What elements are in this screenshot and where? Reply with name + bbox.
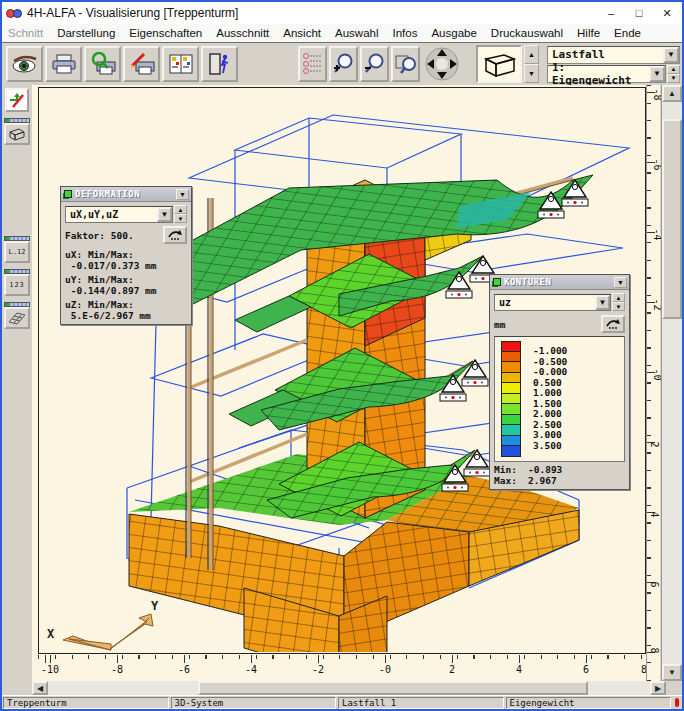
refresh-button[interactable] [601,315,625,333]
v-ruler-label: 2 [649,441,660,447]
h-ruler-label: -2 [312,664,324,675]
view-eye-button[interactable] [6,46,43,82]
zoom-window-button[interactable] [391,46,420,82]
book-button[interactable] [162,46,199,82]
chevron-down-icon[interactable]: ▼ [649,66,665,82]
uy-value: -0.144/0.897 mm [65,285,187,296]
h-ruler-label: 2 [449,664,455,675]
menu-schnitt[interactable]: Schnitt [8,27,43,39]
horizontal-scroll-thumb[interactable] [198,681,588,695]
kontur-component-select[interactable]: uz ▼ [494,294,611,311]
deformation-palette[interactable]: DEFORMATION ▼ uX,uY,uZ ▼ ▲▼ Faktor: 500. [60,186,192,325]
app-logo-icon [6,7,22,19]
chevron-down-icon[interactable]: ▼ [157,207,172,222]
minimize-button[interactable]: – [600,5,622,21]
minimized-numbering-palette[interactable]: 123 [4,269,30,296]
left-tool-sidebar: L.12 123 [2,85,32,681]
deformation-palette-titlebar[interactable]: DEFORMATION ▼ [61,187,191,202]
mini-palette-titlebar[interactable] [4,269,30,274]
deformation-component-value: uX,uY,uZ [66,209,157,220]
minimized-view-palette[interactable] [4,118,30,145]
scroll-up-button[interactable]: ▲ [662,85,682,102]
scroll-left-button[interactable]: ◀ [32,681,48,695]
loadcase-select[interactable]: 1: Eigengewicht ▼ [547,65,666,83]
refresh-arrow-icon [167,229,183,241]
kontur-spinner[interactable]: ▲▼ [612,293,625,311]
zoom-in-button[interactable] [329,46,358,82]
menu-ausschnitt[interactable]: Ausschnitt [216,27,269,39]
scroll-right-button[interactable]: ▶ [650,681,666,695]
horizontal-scrollbar[interactable]: ◀ ▶ [32,681,666,695]
palette-icon [63,190,72,199]
konturen-palette-title: KONTUREN [504,277,614,287]
mini-palette-titlebar[interactable] [4,236,30,241]
maximize-button[interactable]: □ [628,5,650,21]
status-project: Treppenturm [3,697,169,709]
menu-eigenschaften[interactable]: Eigenschaften [129,27,202,39]
menu-ansicht[interactable]: Ansicht [283,27,321,39]
mini-palette-titlebar[interactable] [4,302,30,307]
contour-swatch [501,383,521,394]
print-preview-button[interactable] [84,46,121,82]
structure-tree-button[interactable] [298,46,327,82]
pan-arrows-icon [424,46,460,82]
konturen-palette-titlebar[interactable]: KONTUREN ▼ [490,275,629,290]
h-ruler-label: -0 [379,664,391,675]
mini-palette-titlebar[interactable] [4,118,30,123]
pan-navigation-pad[interactable] [422,45,462,83]
chevron-down-icon[interactable]: ▼ [663,47,679,63]
kontur-unit: mm [494,319,505,330]
contour-swatch [501,415,521,426]
menu-infos[interactable]: Infos [392,27,417,39]
refresh-button[interactable] [163,226,187,244]
contour-legend: -1.000 -0.500 -0.000 0.500 1.000 1.500 2… [494,336,625,462]
vertical-ruler: -8 -6 -4 -2 -0 2 4 6 8 [646,85,660,681]
menu-ende[interactable]: Ende [614,27,641,39]
h-ruler-label: -6 [178,664,190,675]
exit-button[interactable] [201,46,238,82]
menu-druckauswahl[interactable]: Druckauswahl [491,27,563,39]
menu-darstellung[interactable]: Darstellung [57,27,115,39]
h-ruler-label: -4 [245,664,257,675]
chevron-down-icon[interactable]: ▼ [614,277,627,288]
contour-swatch [501,425,521,436]
menu-ausgabe[interactable]: Ausgabe [431,27,476,39]
axis-x-label: X [47,627,55,641]
loadcase-type-value: Lastfall [548,48,663,61]
minimized-dimension-palette[interactable]: L.12 [4,236,30,263]
status-led-icon [672,696,682,709]
menu-auswahl[interactable]: Auswahl [335,27,378,39]
zoom-out-button[interactable] [360,46,389,82]
max-value: 2.967 [528,475,557,486]
projection-spinner[interactable]: ▲▼ [524,45,539,83]
deformation-spinner[interactable]: ▲▼ [174,205,187,223]
minimized-mesh-palette[interactable] [4,302,30,329]
app-window: 4H-ALFA - Visualisierung [Treppenturm] –… [0,0,684,711]
close-button[interactable]: ✕ [656,5,678,21]
contour-swatch [501,362,521,373]
print-button[interactable] [45,46,82,82]
vertical-scroll-thumb[interactable] [662,119,682,319]
konturen-palette[interactable]: KONTUREN ▼ uz ▼ ▲▼ mm [489,274,630,490]
kontur-component-value: uz [495,297,595,308]
v-ruler-label: 6 [649,581,660,587]
deformation-component-select[interactable]: uX,uY,uZ ▼ [65,206,173,223]
numbers-icon: 123 [4,274,30,296]
chevron-down-icon[interactable]: ▼ [176,189,189,200]
loadcase-spinner[interactable]: ▲▼ [667,65,680,83]
contour-swatch [501,394,521,405]
vertical-scrollbar[interactable]: ▲ ▼ [661,85,682,681]
box-icon [8,127,26,141]
print-edit-button[interactable] [123,46,160,82]
contour-swatches [501,341,521,457]
ux-value: -0.017/0.373 mm [65,260,187,271]
deformation-palette-title: DEFORMATION [75,189,176,199]
scroll-down-button[interactable]: ▼ [662,664,682,681]
h-ruler-label: 4 [516,664,522,675]
edit-deformation-button[interactable] [5,88,29,112]
cube-icon [482,51,516,77]
chevron-down-icon[interactable]: ▼ [595,295,610,310]
menu-hilfe[interactable]: Hilfe [577,27,600,39]
uz-value: 5.E-6/2.967 mm [65,310,187,321]
projection-cube-button[interactable] [476,45,522,83]
